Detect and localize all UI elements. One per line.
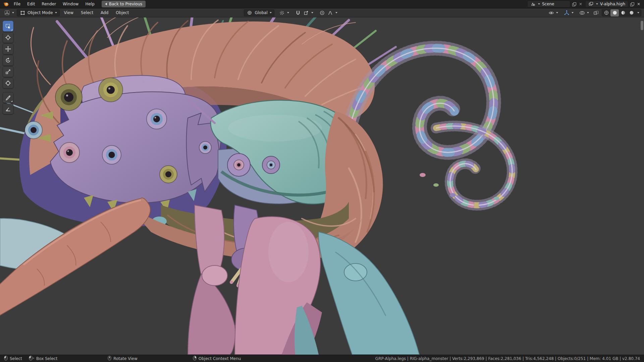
editor-3d-viewport-icon <box>4 10 10 16</box>
menu-edit[interactable]: Edit <box>24 1 38 7</box>
gizmo-toggle[interactable] <box>562 10 575 16</box>
chevron-down-icon <box>270 12 272 13</box>
hint-label: Rotate View <box>113 356 138 361</box>
mouse-right-icon <box>193 356 197 362</box>
menu-view[interactable]: View <box>61 10 76 16</box>
pivot-point-selector[interactable] <box>278 10 290 16</box>
menu-help[interactable]: Help <box>82 1 97 7</box>
keymap-hint-context-menu: Object Context Menu <box>193 356 241 362</box>
chevron-down-icon <box>55 12 57 13</box>
orientation-label: Global <box>255 10 267 15</box>
topbar-right: Scene × V-alpha.high × <box>527 1 641 7</box>
viewport-header-right <box>547 9 641 16</box>
tool-move[interactable] <box>3 44 13 54</box>
tool-scale[interactable] <box>3 66 13 77</box>
tool-transform[interactable] <box>3 78 13 88</box>
sidebar-toggle-tab[interactable] <box>641 21 643 30</box>
statusbar: Select Box Select Rotate View Object Con… <box>0 355 644 362</box>
view-layer-name: V-alpha.high <box>600 2 626 6</box>
new-view-layer-icon[interactable] <box>630 2 634 6</box>
tool-annotate[interactable] <box>3 92 13 103</box>
chevron-down-icon <box>596 3 598 5</box>
viewport-3d[interactable] <box>0 17 644 355</box>
chevron-down-icon <box>12 12 14 13</box>
scene-name: Scene <box>542 2 568 6</box>
unlink-scene-icon[interactable]: × <box>578 2 583 6</box>
view-layer-icon <box>588 1 594 7</box>
chevron-down-icon <box>637 12 639 13</box>
back-to-previous-label: Back to Previous <box>109 2 143 6</box>
pivot-point-icon <box>279 10 285 16</box>
falloff-curve-icon <box>327 10 333 16</box>
gizmo-icon <box>564 10 570 16</box>
orientation-global-icon <box>247 10 253 16</box>
keymap-hint-select: Select <box>4 356 22 362</box>
scene-icon <box>530 1 536 7</box>
blender-logo-icon[interactable] <box>3 1 9 7</box>
menu-select[interactable]: Select <box>78 10 96 16</box>
hint-label: Select <box>10 356 22 361</box>
chevron-down-icon <box>587 12 589 13</box>
view-layer-selector[interactable]: V-alpha.high <box>585 1 628 7</box>
snap-target-icon <box>303 10 309 16</box>
mouse-left-icon <box>4 356 8 362</box>
proportional-editing-icon <box>319 10 325 16</box>
tool-box-select[interactable] <box>3 21 13 32</box>
chevron-down-icon <box>311 12 313 13</box>
mode-selector[interactable]: Object Mode <box>17 9 60 16</box>
menu-window[interactable]: Window <box>60 1 82 7</box>
blender-window: File Edit Render Window Help Back to Pre… <box>0 0 644 362</box>
proportional-editing[interactable] <box>318 10 339 16</box>
new-scene-icon[interactable] <box>572 2 576 6</box>
hint-label: Box Select <box>36 356 57 361</box>
topbar: File Edit Render Window Help Back to Pre… <box>0 0 644 8</box>
object-visibility-selector[interactable] <box>547 10 559 16</box>
keymap-hint-rotate-view: Rotate View <box>108 356 138 362</box>
chevron-down-icon <box>335 12 337 13</box>
scene-statistics: GRP-Alpha.legs | RIG-alpha_monster | Ver… <box>375 356 640 361</box>
editor-type-selector[interactable] <box>3 10 15 16</box>
viewport-header: Object Mode View Select Add Object Globa… <box>0 8 644 17</box>
visibility-eye-icon <box>548 10 554 16</box>
chevron-down-icon <box>572 12 574 13</box>
shading-wireframe-button[interactable] <box>602 9 610 16</box>
hint-label: Object Context Menu <box>199 356 241 361</box>
shading-solid-button[interactable] <box>610 9 619 16</box>
mouse-left-drag-icon <box>29 356 34 362</box>
menu-add[interactable]: Add <box>98 10 111 16</box>
keymap-hint-box-select: Box Select <box>29 356 57 362</box>
chevron-down-icon <box>538 3 540 5</box>
snap-settings[interactable] <box>294 10 315 16</box>
mode-label: Object Mode <box>28 10 53 15</box>
remove-view-layer-icon[interactable]: × <box>636 2 641 6</box>
tool-shelf <box>3 21 13 114</box>
snap-magnet-icon <box>295 10 301 16</box>
xray-toggle-icon[interactable] <box>593 10 599 16</box>
tool-measure[interactable] <box>3 104 13 114</box>
chevron-down-icon <box>556 12 558 13</box>
back-to-previous-button[interactable]: Back to Previous <box>102 1 146 7</box>
overlays-icon <box>579 10 585 16</box>
transform-settings: Global <box>244 9 338 16</box>
menu-file[interactable]: File <box>11 1 23 7</box>
shading-rendered-button[interactable] <box>627 9 636 16</box>
menu-object[interactable]: Object <box>113 10 132 16</box>
object-mode-icon <box>19 10 25 16</box>
tool-cursor[interactable] <box>3 32 13 43</box>
tool-rotate[interactable] <box>3 55 13 66</box>
shading-material-button[interactable] <box>619 9 627 16</box>
mouse-middle-icon <box>108 356 111 362</box>
menu-render[interactable]: Render <box>39 1 59 7</box>
shading-mode-group <box>602 9 641 16</box>
viewport-canvas[interactable] <box>0 17 644 355</box>
scene-selector[interactable]: Scene <box>527 1 570 7</box>
back-arrow-icon <box>105 3 107 5</box>
transform-orientation-selector[interactable]: Global <box>244 9 274 16</box>
overlays-toggle[interactable] <box>578 10 590 16</box>
chevron-down-icon <box>287 12 289 13</box>
